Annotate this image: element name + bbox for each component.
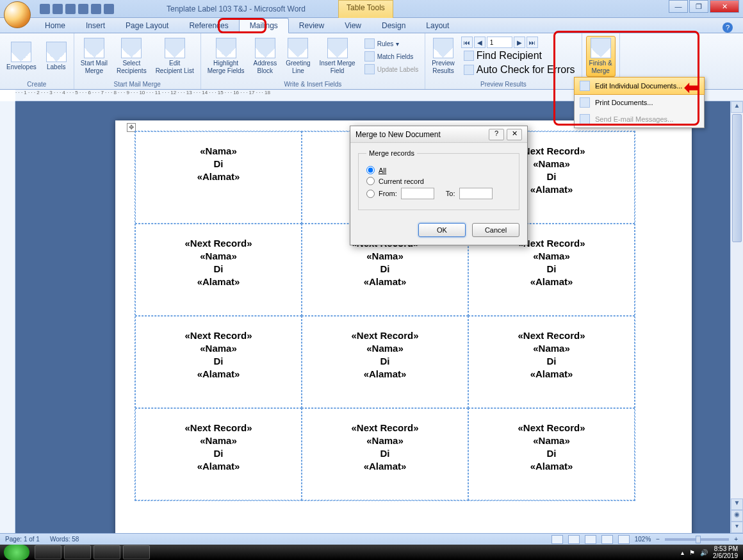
print-documents-item[interactable]: Print Documents... [575,94,704,111]
help-icon[interactable]: ? [723,22,733,33]
send-email-item[interactable]: Send E-mail Messages... [575,111,704,128]
label-cell[interactable]: «Next Record»«Nama»Di«Alamat» [135,408,302,500]
label-cell[interactable]: «Next Record»«Nama»Di«Alamat» [468,408,635,500]
rules-button[interactable]: Rules ▾ [362,38,421,49]
minimize-button[interactable]: — [669,0,688,13]
redo-icon[interactable] [65,4,76,14]
tab-references[interactable]: References [179,19,238,33]
open-icon[interactable] [104,4,114,14]
address-block-button[interactable]: Address Block [250,37,279,76]
tab-page-layout[interactable]: Page Layout [115,19,179,33]
office-button[interactable] [4,1,31,28]
start-mail-merge-button[interactable]: Start Mail Merge [78,37,110,76]
print-preview-icon[interactable] [91,4,101,14]
cancel-button[interactable]: Cancel [472,223,519,237]
task-chrome[interactable] [94,545,120,559]
to-input[interactable] [459,188,493,199]
undo-icon[interactable] [53,4,63,14]
preview-results-button[interactable]: Preview Results [429,37,457,76]
from-input[interactable] [401,188,434,199]
zoom-percent[interactable]: 102% [635,536,651,543]
first-record-button[interactable]: ⏮ [461,37,473,48]
view-draft[interactable] [618,535,630,544]
clock[interactable]: 8:53 PM2/6/2019 [713,545,738,559]
last-record-button[interactable]: ⏭ [527,37,538,48]
tab-mailings[interactable]: Mailings [239,18,289,33]
view-web-layout[interactable] [585,535,596,544]
label-cell[interactable]: «Next Record»«Nama»Di«Alamat» [135,224,302,316]
vertical-scrollbar[interactable]: ▲ ▼ ◉ ▾ [730,101,743,533]
tab-view[interactable]: View [334,19,372,33]
radio-all[interactable] [366,166,375,174]
radio-current-label[interactable]: Current record [379,177,424,185]
finish-merge-button[interactable]: Finish & Merge [586,36,616,77]
next-page-button[interactable]: ▾ [731,522,743,533]
scroll-thumb[interactable] [732,114,742,242]
label-cell[interactable]: «Nama»Di«Alamat» [135,131,302,224]
scroll-down-button[interactable]: ▼ [731,498,743,510]
zoom-slider[interactable] [665,538,729,541]
update-label: Update Labels [377,66,419,73]
view-full-screen[interactable] [568,535,580,544]
ok-button[interactable]: OK [418,223,466,237]
tab-insert[interactable]: Insert [76,19,115,33]
edit-list-label: Edit Recipient List [156,60,194,75]
scroll-up-button[interactable]: ▲ [731,101,743,113]
greeting-line-button[interactable]: Greeting Line [283,37,313,76]
check-label: Auto Check for Errors [477,64,575,76]
view-print-layout[interactable] [551,535,563,544]
insert-merge-field-button[interactable]: Insert Merge Field [317,37,358,76]
label-cell[interactable]: «Next Record»«Nama»Di«Alamat» [302,316,468,408]
zoom-in-button[interactable]: + [734,536,738,543]
record-number-input[interactable] [487,37,512,48]
vertical-ruler[interactable] [0,101,15,533]
envelopes-button[interactable]: Envelopes [4,40,39,72]
task-app-1[interactable] [35,545,61,559]
task-app-2[interactable] [64,545,91,559]
tab-home[interactable]: Home [35,19,76,33]
start-button[interactable] [4,545,29,560]
next-record-button[interactable]: ▶ [514,37,525,48]
tray-flag-icon[interactable]: ⚑ [689,549,695,556]
new-icon[interactable] [78,4,88,14]
view-outline[interactable] [601,535,613,544]
edit-individual-documents-item[interactable]: Edit Individual Documents... [574,77,705,95]
match-fields-button[interactable]: Match Fields [362,51,421,62]
maximize-button[interactable]: ❐ [689,0,708,13]
highlight-fields-button[interactable]: Highlight Merge Fields [205,37,247,76]
match-label: Match Fields [377,53,414,60]
edit-recipient-list-button[interactable]: Edit Recipient List [153,37,197,76]
zoom-knob[interactable] [696,536,701,543]
group-start-mail-merge: Start Mail Merge Select Recipients Edit … [74,33,201,89]
dialog-titlebar[interactable]: Merge to New Document ? ✕ [350,126,527,143]
rules-label: Rules [377,40,394,47]
dialog-help-button[interactable]: ? [489,129,504,140]
tab-review[interactable]: Review [289,19,334,33]
radio-current[interactable] [366,177,375,185]
save-icon[interactable] [40,4,50,14]
label-cell[interactable]: «Next Record»«Nama»Di«Alamat» [302,408,468,500]
close-button[interactable]: ✕ [710,0,739,13]
tab-design[interactable]: Design [372,19,416,33]
radio-from-label[interactable]: From: [379,190,397,197]
tab-layout[interactable]: Layout [416,19,459,33]
labels-button[interactable]: Labels [43,40,70,72]
task-word[interactable] [123,545,150,559]
radio-from[interactable] [366,190,375,198]
prev-record-button[interactable]: ◀ [474,37,486,48]
zoom-out-button[interactable]: − [656,536,660,543]
status-words[interactable]: Words: 58 [50,536,79,543]
status-page[interactable]: Page: 1 of 1 [5,536,40,543]
tray-arrow-icon[interactable]: ▴ [681,549,684,556]
tray-volume-icon[interactable]: 🔊 [700,549,708,556]
update-labels-button[interactable]: Update Labels [362,63,421,75]
find-recipient-button[interactable]: Find Recipient [461,49,578,62]
group-start-label: Start Mail Merge [74,79,200,89]
dialog-close-button[interactable]: ✕ [507,129,522,140]
label-cell[interactable]: «Next Record»«Nama»Di«Alamat» [468,316,635,408]
prev-page-button[interactable]: ◉ [731,510,743,522]
auto-check-button[interactable]: Auto Check for Errors [461,63,578,76]
select-recipients-button[interactable]: Select Recipients [114,37,149,76]
radio-all-label[interactable]: All [379,167,386,174]
label-cell[interactable]: «Next Record»«Nama»Di«Alamat» [135,316,302,408]
